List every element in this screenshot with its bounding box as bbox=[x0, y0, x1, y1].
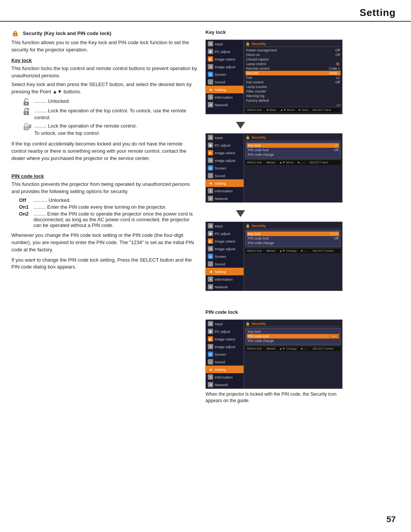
lock-top-icon bbox=[23, 108, 32, 115]
svg-rect-6 bbox=[26, 108, 29, 110]
s4-input: ⊞ Input bbox=[206, 320, 244, 328]
s4-imageadjust: ⚙ Image adjust bbox=[206, 343, 244, 350]
s3-sound: ♪ Sound bbox=[206, 260, 244, 268]
page-header: Setting bbox=[0, 0, 411, 22]
s2-imageselect: ◧ Image select bbox=[206, 149, 244, 157]
row-remote-control: Remote controlCode 1 bbox=[245, 66, 341, 71]
s4-pinlock-row: PIN code lock On1 bbox=[247, 334, 339, 339]
row-security: Securitymore... bbox=[245, 71, 341, 75]
lock-icon bbox=[11, 29, 19, 37]
s4-screen: ▤ Screen bbox=[206, 350, 244, 358]
sidebar-information: ℹ Information bbox=[206, 93, 244, 101]
key-lock-desc: This function locks the top control and … bbox=[11, 65, 198, 80]
sidebar-screen-label: Screen bbox=[215, 72, 226, 77]
screen3-mockup: ⊞ Input ▣ PC adjust ◧ Image select ⚙ Ima… bbox=[206, 222, 342, 291]
key-lock-inst: Select Key lock and then press the SELEC… bbox=[11, 81, 198, 96]
s4-imageselect: ◧ Image select bbox=[206, 335, 244, 343]
screen1-sidebar: ⊞ Input ▣ PC adjust ◧ Image select ⚙ Ima… bbox=[206, 40, 244, 114]
s3-pinlock-row: PIN code lock Off bbox=[247, 236, 339, 241]
pin-code-desc: This function prevents the projector fro… bbox=[11, 181, 198, 195]
page-title: Setting bbox=[15, 7, 396, 19]
page-number: 57 bbox=[387, 514, 396, 524]
lock-remote-text2: To unlock, use the top control. bbox=[34, 130, 137, 137]
screen1-group: ⊞ Input ▣ PC adjust ◧ Image select ⚙ Ima… bbox=[206, 40, 400, 114]
s3-imageadjust-icon: ⚙ bbox=[208, 246, 213, 251]
row-lamp-control: Lamp control🔆 bbox=[245, 62, 341, 66]
row-filter-counter: Filter counter bbox=[245, 89, 341, 94]
screen-icon: ▤ bbox=[208, 72, 213, 77]
sidebar-network: ⊞ Network bbox=[206, 101, 244, 109]
sidebar-pcadjust-label: PC adjust bbox=[215, 50, 230, 54]
pin-note1: Whenever you change the PIN code lock se… bbox=[11, 232, 198, 254]
input-icon: ⊞ bbox=[208, 41, 213, 46]
pin-off-label: Off bbox=[19, 197, 33, 203]
s3-setting-icon: ◀ bbox=[208, 269, 213, 274]
pin-on2-row: On2 ......... Enter the PIN code to oper… bbox=[19, 211, 198, 228]
pin-note2: If you want to change the PIN code lock … bbox=[11, 257, 198, 271]
screen3-group: ⊞ Input ▣ PC adjust ◧ Image select ⚙ Ima… bbox=[206, 222, 400, 291]
s2-keylock-row: Key lock 🔒 bbox=[247, 143, 339, 148]
svg-point-7 bbox=[25, 112, 27, 114]
s3-screen-icon: ▤ bbox=[208, 254, 213, 259]
sidebar-imageselect: ◧ Image select bbox=[206, 55, 244, 63]
svg-rect-1 bbox=[14, 31, 16, 34]
pin-on1-text: ......... Enter the PIN code every time … bbox=[33, 204, 167, 210]
sidebar-screen: ▤ Screen bbox=[206, 70, 244, 78]
screen3-security-title: 🔒 Security bbox=[245, 224, 341, 229]
key-lock-right-label: Key lock bbox=[206, 29, 400, 35]
screen2-right-panel: 🔒 Security Key lock 🔒 PIN code lock Off bbox=[244, 134, 342, 202]
s3-pcadjust-icon: ▣ bbox=[208, 231, 213, 236]
screen2-mockup: ⊞ Input ▣ PC adjust ◧ Image select ⚙ Ima… bbox=[206, 133, 342, 203]
screen1-right-panel: 🔒 Security Power managementOff Direct on… bbox=[244, 40, 342, 114]
sidebar-setting-label: Setting bbox=[215, 88, 226, 92]
s2-imageadjust-icon: ⚙ bbox=[208, 158, 213, 163]
s3-imageselect-icon: ◧ bbox=[208, 238, 213, 244]
lock-top-text: ......... Lock the operation of the top … bbox=[34, 107, 198, 121]
s2-input: ⊞ Input bbox=[206, 134, 244, 141]
row-directon: Direct onOff bbox=[245, 53, 341, 57]
lock-remote-row: ......... Lock the operation of the remo… bbox=[23, 123, 198, 136]
right-column: Key lock ⊞ Input ▣ PC adjust ◧ Image bbox=[206, 29, 400, 407]
pin-section: PIN code lock This function prevents the… bbox=[11, 173, 198, 271]
left-column: Security (Key lock and PIN code lock) Th… bbox=[11, 29, 198, 407]
imageadjust-icon: ⚙ bbox=[208, 64, 213, 69]
information-icon: ℹ bbox=[208, 94, 213, 100]
screen1-right-title: 🔒 Security bbox=[245, 42, 341, 47]
s4-information: ℹ Information bbox=[206, 373, 244, 381]
screen4-pin-panel: Key lock PIN code lock On1 PIN code chan… bbox=[245, 328, 341, 345]
screen3-sidebar: ⊞ Input ▣ PC adjust ◧ Image select ⚙ Ima… bbox=[206, 222, 244, 291]
s4-screen-icon: ▤ bbox=[208, 351, 213, 357]
s2-screen-icon: ▤ bbox=[208, 165, 213, 171]
sidebar-input-label: Input bbox=[215, 42, 223, 46]
s4-setting-icon: ◀ bbox=[208, 367, 213, 372]
s4-pinchange-row: PIN code change bbox=[247, 339, 339, 343]
s2-information: ℹ Information bbox=[206, 187, 244, 195]
s2-sound: ♪ Sound bbox=[206, 172, 244, 179]
lock-top-row: ......... Lock the operation of the top … bbox=[23, 107, 198, 121]
screen3-right-panel: 🔒 Security Key lock 🔒/🔓 PIN code lock Of… bbox=[244, 222, 342, 291]
screen2-bottom-bar: MENU Exit ◄Back ▲▼ Move ►----- SELECT Ne… bbox=[245, 160, 341, 165]
s2-pcadjust: ▣ PC adjust bbox=[206, 141, 244, 149]
pin-on2-label: On2 bbox=[19, 211, 33, 228]
row-lamp-counter: Lamp counter bbox=[245, 85, 341, 89]
sidebar-pcadjust: ▣ PC adjust bbox=[206, 48, 244, 55]
s2-input-icon: ⊞ bbox=[208, 135, 213, 140]
row-closed-caption: Closed caption bbox=[245, 57, 341, 62]
s2-info-icon: ℹ bbox=[208, 188, 213, 193]
s3-input: ⊞ Input bbox=[206, 222, 244, 230]
unlocked-icon bbox=[23, 98, 32, 106]
unlocked-row: ......... Unlocked. bbox=[23, 98, 198, 106]
screen4-caption: When the projector is locked with the PI… bbox=[206, 391, 342, 404]
screen2-sidebar: ⊞ Input ▣ PC adjust ◧ Image select ⚙ Ima… bbox=[206, 134, 244, 202]
screen4-right-panel: 🔒 Security Key lock PIN code lock On1 bbox=[244, 320, 342, 388]
s4-info-icon: ℹ bbox=[208, 374, 213, 380]
network-icon: ⊞ bbox=[208, 102, 213, 107]
sidebar-imageselect-label: Image select bbox=[215, 57, 235, 61]
s2-imageselect-icon: ◧ bbox=[208, 150, 213, 155]
screen1-bottom-bar: MENU Exit ◄ Back ▲▼ Move ► Next SELECT N… bbox=[245, 107, 341, 112]
s2-setting-icon: ◀ bbox=[208, 181, 213, 186]
s3-screen: ▤ Screen bbox=[206, 252, 244, 260]
lock-remote-text: ......... Lock the operation of the remo… bbox=[34, 123, 137, 129]
sidebar-network-label: Network bbox=[215, 103, 228, 107]
s4-setting: ◀ Setting bbox=[206, 366, 244, 373]
